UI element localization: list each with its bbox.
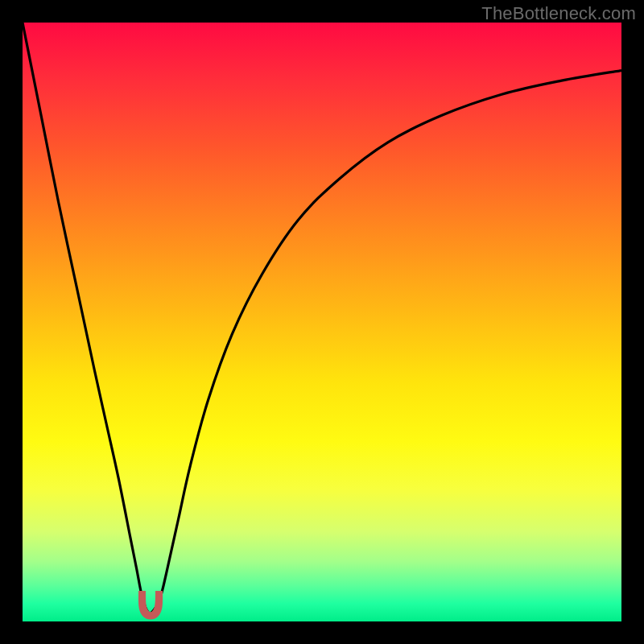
curve-path [23,23,621,613]
minimum-marker [133,591,168,621]
watermark-text: TheBottleneck.com [481,3,636,24]
outer-frame: TheBottleneck.com [0,0,644,644]
u-shape-icon [138,591,163,620]
plot-area [23,23,621,621]
bottleneck-curve [23,23,621,621]
